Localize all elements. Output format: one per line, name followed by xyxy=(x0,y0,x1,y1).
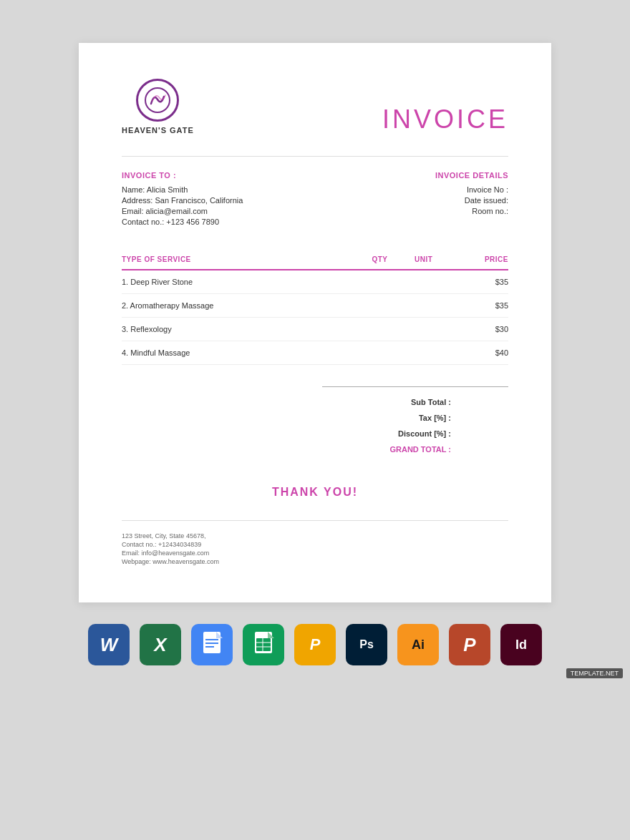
table-row: 4. Mindful Massage $40 xyxy=(122,341,508,365)
svg-rect-2 xyxy=(205,639,218,640)
footer-contact: Contact no.: +12434034839 xyxy=(122,541,508,548)
service-qty xyxy=(359,318,400,341)
invoice-details-label: INVOICE DETAILS xyxy=(435,171,508,180)
thank-you-section: THANK YOU! xyxy=(122,486,508,499)
service-unit xyxy=(400,294,447,318)
subtotal-value xyxy=(465,398,508,406)
grand-total-row: GRAND TOTAL : xyxy=(322,441,508,457)
service-unit xyxy=(400,270,447,294)
info-section: INVOICE TO : Name: Alicia Smith Address:… xyxy=(122,171,508,228)
service-name: 1. Deep River Stone xyxy=(122,270,359,294)
icon-google-sheets[interactable] xyxy=(243,624,284,665)
icon-powerpoint[interactable]: P xyxy=(449,624,490,665)
footer-address: 123 Street, City, State 45678, xyxy=(122,532,508,539)
icon-photoshop[interactable]: Ps xyxy=(346,624,387,665)
service-price: $40 xyxy=(447,341,509,365)
header-divider xyxy=(122,156,508,157)
service-name: 2. Aromatherapy Massage xyxy=(122,294,359,318)
logo-icon xyxy=(136,79,179,122)
invoice-header: HEAVEN'S GATE INVOICE xyxy=(122,79,508,135)
service-name: 4. Mindful Massage xyxy=(122,341,359,365)
logo-section: HEAVEN'S GATE xyxy=(122,79,194,135)
table-row: 1. Deep River Stone $35 xyxy=(122,270,508,294)
table-row: 3. Reflexology $30 xyxy=(122,318,508,341)
watermark: TEMPLATE.NET xyxy=(566,668,623,678)
footer-webpage: Webpage: www.heavensgate.com xyxy=(122,558,508,565)
service-name: 3. Reflexology xyxy=(122,318,359,341)
icon-google-docs[interactable] xyxy=(191,624,233,665)
icon-excel[interactable]: X xyxy=(140,624,181,665)
app-icons-bar: WXPPsAiPId xyxy=(88,624,542,665)
service-qty xyxy=(359,270,400,294)
service-unit xyxy=(400,341,447,365)
discount-label: Discount [%] : xyxy=(398,429,451,438)
client-email: Email: alicia@email.com xyxy=(122,207,243,215)
tax-value xyxy=(465,414,508,422)
col-unit: UNIT xyxy=(400,250,447,270)
company-name: HEAVEN'S GATE xyxy=(122,126,194,135)
subtotal-row: Sub Total : xyxy=(322,394,508,410)
room-no-label: Room no.: xyxy=(435,207,508,215)
invoice-to-label: INVOICE TO : xyxy=(122,171,243,180)
totals-divider xyxy=(322,386,508,387)
service-qty xyxy=(359,294,400,318)
col-service: TYPE OF SERVICE xyxy=(122,250,359,270)
col-qty: QTY xyxy=(359,250,400,270)
table-header-row: TYPE OF SERVICE QTY UNIT PRICE xyxy=(122,250,508,270)
discount-value xyxy=(465,429,508,438)
invoice-no-label: Invoice No : xyxy=(435,185,508,194)
tax-row: Tax [%] : xyxy=(322,410,508,426)
watermark-bar: TEMPLATE.NET xyxy=(0,668,630,678)
client-contact: Contact no.: +123 456 7890 xyxy=(122,218,243,226)
subtotal-label: Sub Total : xyxy=(411,398,451,406)
svg-rect-3 xyxy=(205,643,218,644)
grand-total-label: GRAND TOTAL : xyxy=(389,445,451,454)
icon-illustrator[interactable]: Ai xyxy=(397,624,439,665)
client-name: Name: Alicia Smith xyxy=(122,185,243,194)
discount-row: Discount [%] : xyxy=(322,426,508,441)
services-table: TYPE OF SERVICE QTY UNIT PRICE 1. Deep R… xyxy=(122,250,508,365)
col-price: PRICE xyxy=(447,250,509,270)
icon-pages[interactable]: P xyxy=(294,624,336,665)
totals-section: Sub Total : Tax [%] : Discount [%] : GRA… xyxy=(122,379,508,457)
invoice-details: INVOICE DETAILS Invoice No : Date issued… xyxy=(435,171,508,228)
table-row: 2. Aromatherapy Massage $35 xyxy=(122,294,508,318)
thank-you-text: THANK YOU! xyxy=(122,486,508,499)
icon-word[interactable]: W xyxy=(88,624,130,665)
service-qty xyxy=(359,341,400,365)
service-price: $35 xyxy=(447,270,509,294)
client-address: Address: San Francisco, California xyxy=(122,196,243,205)
icon-indesign[interactable]: Id xyxy=(500,624,542,665)
footer-email: Email: info@heavensgate.com xyxy=(122,550,508,557)
grand-total-value xyxy=(465,445,508,454)
service-price: $35 xyxy=(447,294,509,318)
service-price: $30 xyxy=(447,318,509,341)
invoice-title: INVOICE xyxy=(382,104,508,135)
svg-rect-4 xyxy=(205,646,214,648)
tax-label: Tax [%] : xyxy=(419,414,451,422)
date-issued-label: Date issued: xyxy=(435,196,508,205)
footer: 123 Street, City, State 45678, Contact n… xyxy=(122,520,508,565)
invoice-paper: HEAVEN'S GATE INVOICE INVOICE TO : Name:… xyxy=(79,43,551,602)
invoice-to: INVOICE TO : Name: Alicia Smith Address:… xyxy=(122,171,243,228)
service-unit xyxy=(400,318,447,341)
svg-rect-7 xyxy=(256,638,271,651)
